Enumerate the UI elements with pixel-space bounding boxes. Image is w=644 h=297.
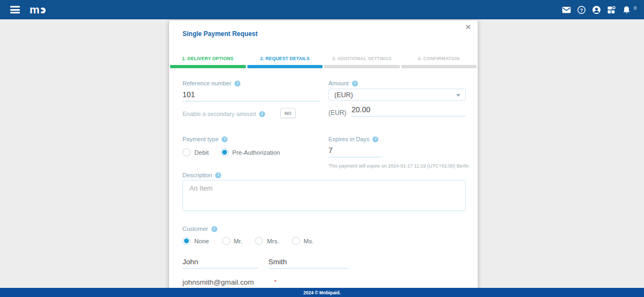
top-navbar: m ? 0	[0, 0, 644, 19]
last-name-input[interactable]	[268, 257, 349, 269]
currency-select-value: (EUR)	[334, 91, 353, 99]
copyright-text: 2024 © Mobipaid.	[303, 290, 341, 295]
radio-mr[interactable]: Mr.	[222, 237, 243, 245]
notification-count-badge: 0	[634, 5, 636, 11]
info-icon[interactable]: i	[215, 172, 221, 178]
logo-letter: m	[30, 5, 39, 15]
mail-icon[interactable]	[562, 5, 571, 15]
tab-confirmation[interactable]: 4. CONFIRMATION	[401, 56, 477, 68]
expires-in-days-label: Expires in Days i	[328, 136, 378, 142]
email-input[interactable]	[182, 277, 257, 289]
radio-pre-authorization[interactable]: Pre-Authorization	[221, 148, 280, 156]
radio-circle[interactable]	[292, 237, 300, 245]
reference-number-input[interactable]	[182, 89, 320, 102]
currency-select[interactable]: (EUR)	[328, 89, 466, 101]
close-icon[interactable]: ✕	[465, 24, 471, 31]
info-icon[interactable]: i	[372, 136, 378, 142]
wizard-tabs: 1. DELIVERY OPTIONS 2. REQUEST DETAILS 3…	[170, 56, 477, 68]
required-asterisk: *	[274, 279, 276, 285]
description-textarea[interactable]: An Item	[182, 180, 466, 211]
first-name-input[interactable]	[182, 257, 259, 269]
secondary-amount-label: Enable a secondary amount i	[182, 111, 265, 117]
page-footer: 2024 © Mobipaid.	[0, 288, 644, 297]
logo-chevron-icon	[40, 8, 46, 13]
info-icon[interactable]: i	[211, 226, 217, 232]
info-icon[interactable]: i	[352, 81, 358, 86]
tab-additional-settings[interactable]: 3. ADDITIONAL SETTINGS	[324, 56, 400, 68]
help-icon[interactable]: ?	[577, 5, 586, 15]
info-icon[interactable]: i	[235, 81, 240, 86]
payment-type-options: Debit Pre-Authorization	[182, 148, 280, 156]
radio-none[interactable]: None	[182, 237, 209, 245]
description-label: Description i	[182, 172, 221, 178]
amount-input[interactable]	[352, 104, 466, 117]
radio-debit[interactable]: Debit	[182, 148, 209, 156]
reference-number-label: Reference number i	[182, 80, 240, 86]
secondary-amount-toggle[interactable]: NO	[280, 108, 296, 118]
radio-circle[interactable]	[222, 237, 230, 245]
info-icon[interactable]: i	[259, 111, 265, 117]
customer-title-options: None Mr. Mrs. Ms.	[182, 237, 313, 245]
currency-prefix-label: (EUR)	[328, 109, 346, 117]
svg-text:?: ?	[580, 7, 583, 12]
expiry-note: This payment will expire on 2024-01-17 1…	[328, 163, 469, 169]
radio-circle[interactable]	[182, 148, 191, 156]
chevron-down-icon	[456, 94, 460, 97]
radio-mrs[interactable]: Mrs.	[255, 237, 279, 245]
expires-in-days-input[interactable]	[328, 145, 382, 157]
tab-delivery-options[interactable]: 1. DELIVERY OPTIONS	[170, 56, 246, 68]
radio-circle-checked[interactable]	[182, 237, 191, 245]
radio-circle[interactable]	[255, 237, 263, 245]
amount-label: Amount i	[328, 80, 358, 86]
payment-type-label: Payment type i	[182, 136, 228, 142]
mobipaid-logo[interactable]: m	[30, 5, 46, 15]
radio-circle-checked[interactable]	[221, 148, 229, 156]
radio-ms[interactable]: Ms.	[292, 237, 314, 245]
info-icon[interactable]: i	[222, 136, 228, 142]
tab-request-details[interactable]: 2. REQUEST DETAILS	[247, 56, 323, 68]
modal-title: Single Payment Request	[182, 30, 258, 38]
customer-label: Customer i	[182, 226, 217, 232]
account-icon[interactable]	[592, 5, 601, 15]
notifications-bell-icon[interactable]	[622, 5, 631, 15]
single-payment-request-modal: ✕ Single Payment Request 1. DELIVERY OPT…	[169, 20, 478, 297]
hamburger-menu-icon[interactable]	[10, 6, 20, 13]
apps-grid-icon[interactable]	[607, 5, 616, 15]
